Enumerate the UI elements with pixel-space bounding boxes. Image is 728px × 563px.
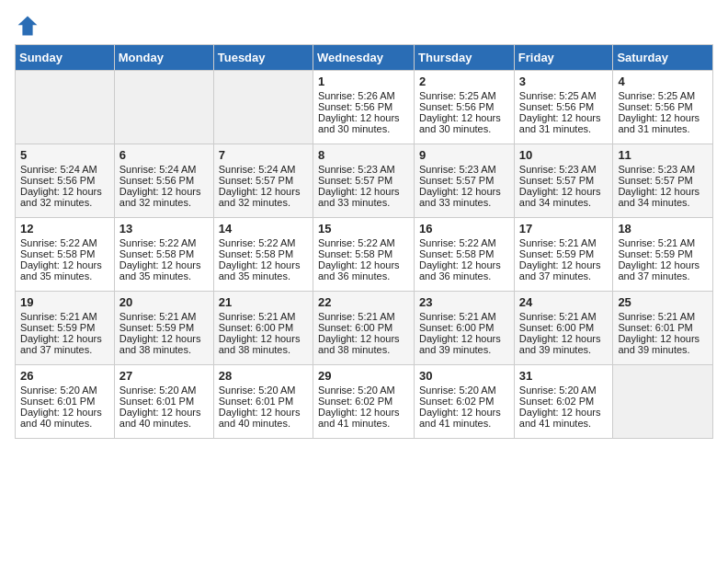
- day-info: and 41 minutes.: [318, 418, 409, 429]
- day-info: Sunrise: 5:21 AM: [119, 311, 209, 322]
- col-tuesday: Tuesday: [213, 45, 313, 71]
- week-row-4: 19Sunrise: 5:21 AMSunset: 5:59 PMDayligh…: [16, 292, 713, 365]
- day-info: Daylight: 12 hours: [20, 186, 109, 197]
- calendar-cell: 3Sunrise: 5:25 AMSunset: 5:56 PMDaylight…: [514, 71, 613, 144]
- day-info: Daylight: 12 hours: [20, 259, 109, 270]
- day-info: Daylight: 12 hours: [219, 407, 308, 418]
- calendar-cell: 4Sunrise: 5:25 AMSunset: 5:56 PMDaylight…: [613, 71, 713, 144]
- day-info: Sunset: 5:59 PM: [618, 248, 708, 259]
- day-info: Sunrise: 5:21 AM: [519, 311, 609, 322]
- day-number: 28: [219, 369, 308, 383]
- day-info: Sunrise: 5:21 AM: [219, 311, 308, 322]
- day-info: Sunset: 6:01 PM: [119, 396, 209, 407]
- day-info: Daylight: 12 hours: [519, 259, 609, 270]
- day-info: Sunset: 6:01 PM: [20, 396, 109, 407]
- day-info: and 34 minutes.: [519, 197, 609, 208]
- day-number: 15: [318, 222, 409, 236]
- day-info: and 32 minutes.: [219, 197, 308, 208]
- day-info: Sunrise: 5:24 AM: [119, 164, 209, 175]
- week-row-5: 26Sunrise: 5:20 AMSunset: 6:01 PMDayligh…: [16, 365, 713, 439]
- day-number: 6: [119, 148, 209, 162]
- day-info: Daylight: 12 hours: [519, 407, 609, 418]
- col-friday: Friday: [514, 45, 613, 71]
- day-number: 9: [419, 148, 509, 162]
- day-number: 30: [419, 369, 509, 383]
- day-info: Sunrise: 5:22 AM: [318, 237, 409, 248]
- day-info: Sunrise: 5:21 AM: [618, 311, 708, 322]
- day-number: 22: [318, 295, 409, 309]
- col-monday: Monday: [114, 45, 213, 71]
- day-info: Sunrise: 5:22 AM: [119, 237, 209, 248]
- calendar-cell: 8Sunrise: 5:23 AMSunset: 5:57 PMDaylight…: [313, 144, 414, 218]
- day-info: Sunrise: 5:21 AM: [419, 311, 509, 322]
- calendar-cell: 28Sunrise: 5:20 AMSunset: 6:01 PMDayligh…: [213, 365, 313, 439]
- day-info: Daylight: 12 hours: [618, 333, 708, 344]
- calendar-cell: [114, 71, 213, 144]
- day-info: and 34 minutes.: [618, 197, 708, 208]
- day-info: and 40 minutes.: [119, 418, 209, 429]
- calendar-cell: [613, 365, 713, 439]
- day-info: Daylight: 12 hours: [519, 333, 609, 344]
- day-info: and 35 minutes.: [219, 270, 308, 282]
- day-number: 8: [318, 148, 409, 162]
- day-info: Sunset: 5:57 PM: [318, 175, 409, 186]
- day-info: Daylight: 12 hours: [618, 112, 708, 123]
- day-info: Sunset: 5:59 PM: [119, 322, 209, 333]
- day-info: and 37 minutes.: [519, 270, 609, 282]
- day-info: and 39 minutes.: [519, 344, 609, 355]
- calendar-cell: 9Sunrise: 5:23 AMSunset: 5:57 PMDaylight…: [415, 144, 515, 218]
- day-info: Sunset: 5:57 PM: [519, 175, 609, 186]
- day-info: Sunset: 5:59 PM: [20, 322, 109, 333]
- day-number: 18: [618, 222, 708, 236]
- calendar-cell: [213, 71, 313, 144]
- day-info: Sunset: 6:02 PM: [318, 396, 409, 407]
- calendar-cell: 10Sunrise: 5:23 AMSunset: 5:57 PMDayligh…: [514, 144, 613, 218]
- calendar-cell: 26Sunrise: 5:20 AMSunset: 6:01 PMDayligh…: [16, 365, 115, 439]
- day-info: Daylight: 12 hours: [119, 407, 209, 418]
- day-number: 10: [519, 148, 609, 162]
- day-info: Sunrise: 5:24 AM: [20, 164, 109, 175]
- calendar-cell: 7Sunrise: 5:24 AMSunset: 5:57 PMDaylight…: [213, 144, 313, 218]
- col-thursday: Thursday: [415, 45, 515, 71]
- calendar-cell: 19Sunrise: 5:21 AMSunset: 5:59 PMDayligh…: [16, 292, 115, 365]
- week-row-1: 1Sunrise: 5:26 AMSunset: 5:56 PMDaylight…: [16, 71, 713, 144]
- calendar-cell: 14Sunrise: 5:22 AMSunset: 5:58 PMDayligh…: [213, 218, 313, 292]
- day-info: Daylight: 12 hours: [318, 407, 409, 418]
- day-info: Sunset: 5:58 PM: [419, 248, 509, 259]
- day-info: and 36 minutes.: [318, 270, 409, 282]
- calendar-cell: 22Sunrise: 5:21 AMSunset: 6:00 PMDayligh…: [313, 292, 414, 365]
- calendar-cell: 2Sunrise: 5:25 AMSunset: 5:56 PMDaylight…: [415, 71, 515, 144]
- day-info: Daylight: 12 hours: [618, 186, 708, 197]
- day-info: Sunset: 6:02 PM: [419, 396, 509, 407]
- day-info: Sunrise: 5:21 AM: [20, 311, 109, 322]
- day-info: and 35 minutes.: [20, 270, 109, 282]
- day-info: Daylight: 12 hours: [618, 259, 708, 270]
- day-number: 16: [419, 222, 509, 236]
- day-info: Sunset: 5:56 PM: [519, 101, 609, 112]
- day-info: and 38 minutes.: [318, 344, 409, 355]
- day-info: and 30 minutes.: [419, 123, 509, 134]
- calendar-cell: 13Sunrise: 5:22 AMSunset: 5:58 PMDayligh…: [114, 218, 213, 292]
- day-info: Daylight: 12 hours: [20, 333, 109, 344]
- day-info: and 32 minutes.: [119, 197, 209, 208]
- day-number: 2: [419, 75, 509, 88]
- calendar-cell: 12Sunrise: 5:22 AMSunset: 5:58 PMDayligh…: [16, 218, 115, 292]
- day-info: Daylight: 12 hours: [419, 186, 509, 197]
- col-saturday: Saturday: [613, 45, 713, 71]
- day-info: and 40 minutes.: [219, 418, 308, 429]
- day-number: 5: [20, 148, 109, 162]
- day-info: Sunset: 5:59 PM: [519, 248, 609, 259]
- day-info: Daylight: 12 hours: [318, 259, 409, 270]
- day-info: Sunrise: 5:21 AM: [519, 237, 609, 248]
- day-number: 29: [318, 369, 409, 383]
- day-number: 11: [618, 148, 708, 162]
- day-info: Sunrise: 5:26 AM: [318, 90, 409, 101]
- day-info: Daylight: 12 hours: [419, 407, 509, 418]
- day-info: and 39 minutes.: [618, 344, 708, 355]
- day-info: Sunset: 5:57 PM: [419, 175, 509, 186]
- day-info: and 31 minutes.: [519, 123, 609, 134]
- day-info: Sunset: 5:56 PM: [419, 101, 509, 112]
- week-row-3: 12Sunrise: 5:22 AMSunset: 5:58 PMDayligh…: [16, 218, 713, 292]
- day-info: Sunrise: 5:23 AM: [519, 164, 609, 175]
- calendar-cell: 5Sunrise: 5:24 AMSunset: 5:56 PMDaylight…: [16, 144, 115, 218]
